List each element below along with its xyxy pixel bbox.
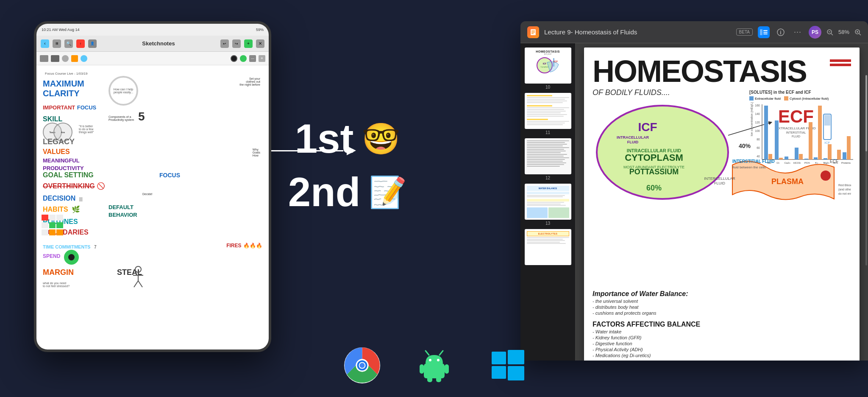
pdf-thumbnails-panel: HOMEOSTASIS ICF | ECF ICF Cytoplasm ECF: [520, 43, 576, 361]
thumbnail-10[interactable]: HOMEOSTASIS ICF | ECF ICF Cytoplasm ECF: [524, 48, 572, 89]
tool-icon-3[interactable]: [62, 55, 69, 62]
opacity-control[interactable]: ≡: [259, 55, 265, 62]
size-control[interactable]: —: [249, 55, 256, 62]
rank-2-item: 2nd 📝: [288, 172, 407, 212]
tablet-frame: 10:21 AM Wed Aug 14 59% ‹ ⊞ 🔍 ↑ 👤 Sketch…: [34, 21, 271, 352]
pdf-scrollbar[interactable]: [865, 75, 867, 266]
sketch-values: VALUES: [43, 148, 70, 156]
factors-title: FACTORS AFFECTING BALANCE: [593, 321, 851, 328]
factor-item-5: - Medications (eg Di-uretics): [593, 353, 851, 358]
tool-icon-2[interactable]: [51, 55, 59, 62]
pdf-app-icon: [527, 26, 539, 38]
svg-line-102: [440, 351, 443, 355]
thumb-10-diagram: ICF Cytoplasm ECF: [535, 56, 561, 75]
sketch-habits: HABITS 🌿: [43, 205, 80, 213]
svg-rect-82: [823, 158, 827, 159]
platform-icons-section: [343, 346, 525, 384]
thumbnail-14[interactable]: ELECTROLYTES: [524, 229, 572, 265]
tablet-undo-button[interactable]: ↩: [220, 39, 229, 48]
svg-text:PLASMA: PLASMA: [771, 177, 804, 186]
svg-rect-74: [799, 154, 803, 159]
thumb-10-sub: ICF | ECF: [544, 53, 552, 55]
thumb-10-number: 10: [545, 85, 550, 89]
svg-text:POTTASSIUM: POTTASSIUM: [629, 168, 679, 176]
pdf-main-content[interactable]: HOMEOSTASIS OF BODILY FLUIDS....: [576, 43, 868, 361]
sketchnote-canvas[interactable]: Focus Course Live - 1/03/19 MAXIMUM CLAR…: [41, 70, 264, 345]
svg-rect-10: [763, 30, 768, 31]
thumb-11-number: 11: [545, 130, 550, 135]
svg-line-3: [134, 281, 138, 287]
tablet-share-button[interactable]: ↑: [76, 39, 85, 48]
tool-icon-1[interactable]: [40, 55, 48, 62]
tablet-device: 10:21 AM Wed Aug 14 59% ‹ ⊞ 🔍 ↑ 👤 Sketch…: [34, 21, 271, 352]
svg-rect-83: [828, 144, 832, 159]
tablet-more-button[interactable]: ✕: [256, 39, 264, 48]
pdf-scrollbar-thumb[interactable]: [865, 75, 867, 151]
tablet-grid-button[interactable]: ⊞: [53, 39, 61, 48]
thumbnail-11[interactable]: 11: [524, 93, 572, 135]
sketch-five: 5: [138, 110, 145, 123]
svg-text:Na+: Na+: [767, 162, 772, 164]
pdf-toolbar-right: BETA i ··· PS: [736, 26, 861, 39]
tablet-time: 10:21 AM Wed Aug 14: [42, 28, 79, 32]
pdf-body: HOMEOSTASIS ICF | ECF ICF Cytoplasm ECF: [520, 43, 868, 361]
thumb-14-content: [527, 237, 569, 244]
tablet-search-button[interactable]: 🔍: [64, 39, 73, 48]
svg-rect-110: [508, 366, 524, 380]
svg-text:ICF: ICF: [638, 120, 657, 134]
svg-text:FLUID: FLUID: [627, 140, 639, 144]
svg-rect-7: [531, 32, 535, 33]
svg-rect-80: [818, 106, 822, 159]
thumbnail-13[interactable]: WATER BALANCE: [524, 184, 572, 226]
tablet-redo-button[interactable]: ↪: [232, 39, 241, 48]
sidebar-toggle-button[interactable]: [758, 26, 770, 38]
factor-item-1: - Water intake: [593, 329, 851, 334]
svg-rect-73: [795, 148, 798, 159]
svg-rect-67: [775, 120, 779, 159]
svg-text:PO4-: PO4-: [804, 162, 810, 164]
windows-icon-container: [487, 346, 525, 384]
svg-text:i: i: [780, 30, 781, 36]
tablet-user-button[interactable]: 👤: [88, 39, 97, 48]
svg-text:ECF: ECF: [554, 60, 558, 63]
svg-text:ICF: ICF: [542, 62, 546, 65]
sketch-components: Components of aProductivity system: [108, 115, 134, 121]
color-green[interactable]: [240, 55, 247, 62]
thumbnail-12[interactable]: 12: [524, 138, 572, 180]
thumb-img-12[interactable]: [525, 138, 571, 174]
color-black[interactable]: [231, 55, 237, 62]
thumb-img-11[interactable]: [525, 93, 571, 129]
more-options-button[interactable]: ···: [792, 26, 804, 38]
zoom-in-button[interactable]: [854, 29, 861, 36]
svg-text:80: 80: [757, 138, 760, 141]
page-main-title: HOMEOSTASIS: [593, 56, 851, 87]
svg-rect-88: [843, 152, 846, 159]
sketch-margin: MARGIN: [43, 268, 74, 277]
tool-icon-4[interactable]: [71, 55, 78, 62]
info-button[interactable]: i: [775, 26, 787, 38]
thumb-img-13[interactable]: WATER BALANCE: [525, 184, 571, 220]
svg-text:120: 120: [755, 121, 760, 124]
svg-text:160: 160: [755, 104, 760, 107]
thumb-13-title: WATER BALANCE: [539, 187, 557, 190]
thumb-img-10[interactable]: HOMEOSTASIS ICF | ECF ICF Cytoplasm ECF: [525, 48, 571, 84]
tablet-back-button[interactable]: ‹: [41, 39, 49, 48]
sketch-figure: [125, 265, 151, 290]
svg-text:Mg2+: Mg2+: [823, 162, 830, 164]
svg-rect-11: [763, 32, 768, 33]
comparison-arrow: [271, 144, 356, 157]
factor-item-2: - Kidney function (GFR): [593, 335, 851, 340]
svg-text:40: 40: [757, 155, 760, 158]
page-bottom-content: Importance of Water Balance: - the unive…: [593, 290, 851, 358]
chart-legend: Extracellular fluid Cytosol (Intracellul…: [749, 96, 855, 101]
zoom-out-button[interactable]: [826, 29, 833, 36]
svg-rect-12: [763, 34, 768, 34]
tablet-add-button[interactable]: +: [244, 39, 253, 48]
svg-rect-108: [508, 350, 524, 364]
svg-line-4: [138, 281, 142, 287]
svg-rect-98: [424, 363, 445, 378]
sketch-time-commitments: TIME COMMITMENTS 7: [43, 243, 96, 250]
tool-icon-5[interactable]: [81, 55, 87, 62]
thumb-img-14[interactable]: ELECTROLYTES: [525, 229, 571, 265]
user-avatar[interactable]: PS: [809, 26, 821, 39]
